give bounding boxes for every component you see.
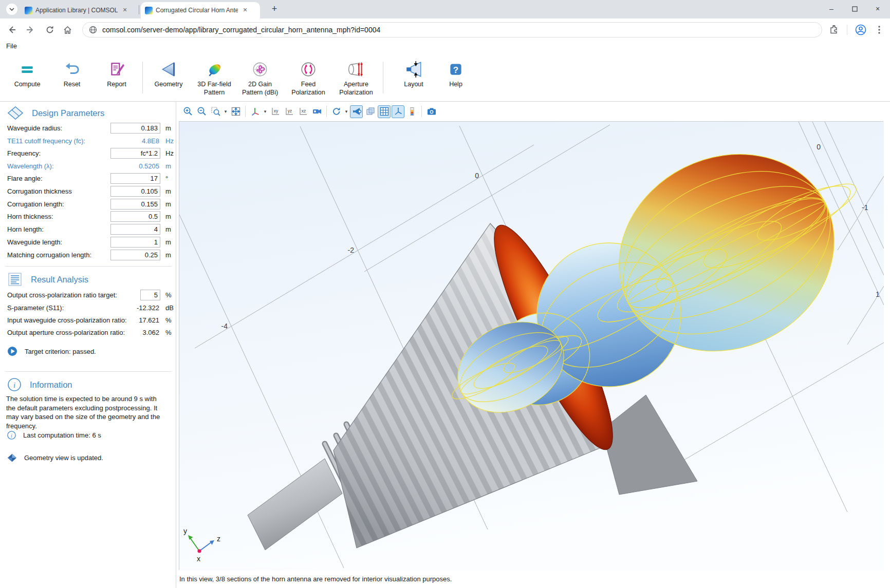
triad-z-label: z	[217, 535, 220, 543]
perspective-button[interactable]	[310, 105, 323, 118]
extensions-puzzle-icon	[829, 25, 839, 34]
window-close-button[interactable]: ×	[866, 0, 889, 17]
comsol-favicon	[25, 7, 32, 14]
sidebar: Design Parameters Waveguide radius: m TE…	[0, 102, 176, 588]
transparency-cube-icon	[365, 106, 376, 117]
param-row: Waveguide length: m	[7, 237, 174, 248]
go-to-view-dropdown[interactable]: ▾	[263, 109, 268, 114]
transparency-toggle[interactable]	[364, 105, 377, 118]
go-to-view-button[interactable]	[249, 105, 262, 118]
color-legend-toggle[interactable]	[405, 105, 418, 118]
info-circle-icon: i	[7, 431, 16, 440]
chevron-down-icon	[9, 6, 15, 12]
compute-icon	[4, 54, 51, 78]
layout-button[interactable]: Layout	[390, 54, 437, 88]
geometry-status: Geometry view is updated.	[7, 453, 103, 462]
comsol-app: File Compute Reset Report Geometry 3D Fa…	[0, 41, 890, 588]
far-field-pattern-button[interactable]: 3D Far-fieldPattern	[191, 54, 238, 97]
tab-horn-antenna[interactable]: Corrugated Circular Horn Anten ×	[141, 2, 260, 18]
svg-text:-2: -2	[348, 246, 355, 254]
rotate-dropdown[interactable]: ▾	[344, 109, 349, 114]
svg-text:-4: -4	[221, 322, 228, 330]
zoom-in-button[interactable]	[181, 105, 194, 118]
show-geometry-toggle[interactable]	[350, 105, 363, 118]
xz-view-button[interactable]: xz	[296, 105, 309, 118]
waveguide-radius-input[interactable]	[110, 123, 160, 134]
extensions-button[interactable]	[826, 22, 842, 37]
xy-view-icon: xy	[270, 106, 281, 117]
grid-toggle[interactable]	[378, 105, 391, 118]
help-button[interactable]: ? Help	[432, 54, 479, 88]
svg-text:i: i	[11, 433, 12, 439]
corrugation-thickness-input[interactable]	[110, 186, 160, 197]
svg-text:i: i	[13, 381, 15, 389]
feed-polarization-button[interactable]: FeedPolarization	[285, 54, 332, 97]
tab-separator	[139, 5, 139, 14]
ribbon-separator	[383, 62, 383, 93]
param-row: Horn length: m	[7, 224, 174, 235]
site-info-icon[interactable]	[89, 26, 97, 34]
param-row: Horn thickness: m	[7, 211, 174, 222]
xz-view-icon: xz	[298, 106, 308, 117]
comsol-favicon	[145, 7, 153, 14]
tab-search-button[interactable]	[6, 4, 17, 15]
tab-close-icon[interactable]: ×	[121, 6, 129, 14]
waveguide-length-input[interactable]	[110, 237, 160, 248]
cross-polarization-target-input[interactable]	[140, 290, 160, 300]
window-minimize-button[interactable]: –	[820, 0, 843, 17]
graphics-canvas[interactable]: 0 -2 -4 0 -1 1 y z x	[179, 121, 883, 570]
zoom-out-button[interactable]	[195, 105, 208, 118]
geometry-button[interactable]: Geometry	[145, 54, 192, 88]
new-tab-button[interactable]: +	[268, 3, 281, 15]
reload-button[interactable]	[42, 22, 58, 37]
zoom-extents-button[interactable]	[229, 105, 242, 118]
horn-length-input[interactable]	[110, 224, 160, 235]
profile-button[interactable]	[853, 22, 868, 37]
result-analysis-icon	[7, 272, 23, 287]
param-row: Frequency: Hz	[7, 148, 174, 159]
param-row: Corrugation thickness m	[7, 186, 174, 197]
information-header: i Information	[7, 377, 72, 392]
reset-button[interactable]: Reset	[48, 54, 96, 88]
axes-toggle[interactable]	[392, 105, 404, 118]
svg-text:-1: -1	[862, 203, 868, 212]
xy-view-button[interactable]: xy	[269, 105, 282, 118]
url-bar[interactable]: comsol.com/server-demo/app/library_corru…	[82, 22, 822, 37]
forward-button[interactable]	[23, 22, 38, 37]
matching-corrugation-length-input[interactable]	[110, 250, 160, 260]
toolbar-separator	[421, 106, 422, 117]
back-button[interactable]	[4, 22, 20, 37]
horn-thickness-input[interactable]	[110, 211, 160, 222]
rotate-icon	[331, 106, 342, 117]
toolbar-separator	[326, 106, 327, 117]
home-button[interactable]	[60, 22, 75, 37]
flare-angle-input[interactable]	[110, 173, 160, 184]
corrugation-length-input[interactable]	[110, 199, 160, 210]
compute-button[interactable]: Compute	[4, 54, 51, 88]
zoom-box-button[interactable]	[209, 105, 222, 118]
geometry-diamond-icon	[7, 453, 17, 462]
zoom-box-dropdown[interactable]: ▾	[223, 109, 228, 114]
result-row: S-parameter (S11): -12.322 dB	[7, 302, 174, 314]
aperture-polarization-button[interactable]: AperturePolarization	[332, 54, 380, 97]
section-divider	[5, 371, 172, 372]
yz-view-button[interactable]: yz	[283, 105, 295, 118]
window-maximize-button[interactable]	[843, 0, 866, 17]
gain-pattern-button[interactable]: 2D GainPattern (dBi)	[236, 54, 284, 97]
maximize-icon	[852, 6, 858, 12]
browser-menu-button[interactable]	[872, 22, 887, 37]
information-body: The solution time is expected to be arou…	[6, 394, 161, 430]
tab-close-icon[interactable]: ×	[241, 6, 249, 14]
aperture-polarization-icon	[332, 54, 380, 78]
kebab-menu-icon	[878, 26, 880, 34]
tab-title: Corrugated Circular Horn Anten	[156, 7, 238, 14]
report-button[interactable]: Report	[93, 54, 140, 88]
file-menu[interactable]: File	[6, 42, 17, 50]
frequency-input[interactable]	[110, 148, 160, 159]
rotate-button[interactable]	[330, 105, 343, 118]
result-row: Output aperture cross-polarization ratio…	[7, 327, 174, 338]
svg-text:xz: xz	[301, 108, 306, 113]
screenshot-button[interactable]	[425, 105, 438, 118]
section-divider	[5, 266, 172, 267]
tab-application-library[interactable]: Application Library | COMSOL S ×	[21, 2, 137, 18]
